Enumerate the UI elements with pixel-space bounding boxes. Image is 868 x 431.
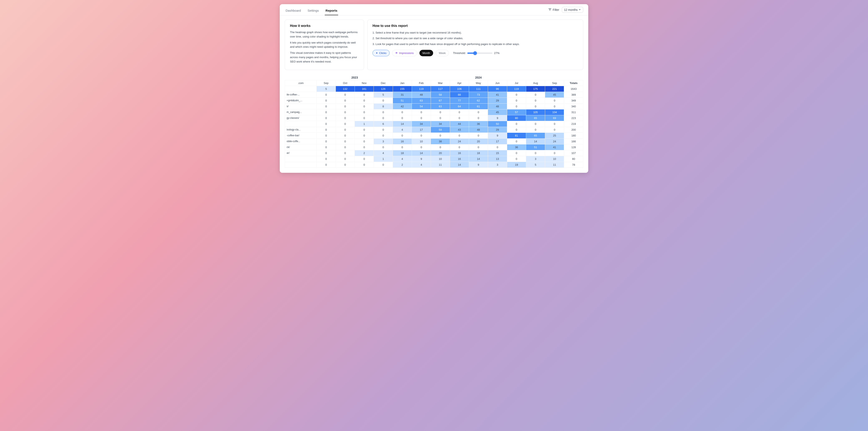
data-cell: 119 — [507, 86, 526, 92]
table-row: ile-coffee-...00053148588873410045389 — [285, 92, 583, 97]
data-cell: 0 — [507, 127, 526, 132]
data-cell: 0 — [507, 150, 526, 156]
data-cell: 81 — [507, 132, 526, 138]
data-cell: 11 — [431, 162, 450, 167]
data-cell: 0 — [317, 127, 336, 132]
data-cell: 20 — [431, 150, 450, 156]
table-row: ixology-cla...000041759434829000200 — [285, 127, 583, 132]
table-row: 0000241114931951178 — [285, 162, 583, 167]
sep-2023-header: Sep — [317, 80, 336, 86]
data-cell: 0 — [412, 132, 431, 138]
data-cell: 3 — [526, 156, 545, 162]
data-cell: 34 — [412, 121, 431, 127]
table-row: 0016143434443650000219 — [285, 121, 583, 127]
filter-button[interactable]: Filter — [548, 8, 559, 12]
data-cell: 18 — [469, 150, 488, 156]
data-cell: 24 — [450, 138, 469, 144]
week-button[interactable]: Week — [436, 50, 449, 56]
url-cell: obile-coffe... — [285, 138, 317, 144]
data-cell: 0 — [317, 138, 336, 144]
impressions-button[interactable]: 👁 Impressions — [392, 50, 417, 56]
data-cell: 0 — [393, 144, 412, 150]
data-cell: 0 — [354, 97, 374, 103]
data-cell: 15 — [488, 150, 507, 156]
data-cell: 5 — [526, 162, 545, 167]
data-cell: 0 — [488, 144, 507, 150]
data-cell: 0 — [431, 115, 450, 121]
data-cell: 0 — [354, 103, 374, 109]
sep-2024-header: Sep — [545, 80, 564, 86]
table-row: gy-classes/0000000009806569223 — [285, 115, 583, 121]
data-cell: 0 — [317, 103, 336, 109]
data-cell: 61 — [469, 103, 488, 109]
total-cell: 166 — [564, 138, 583, 144]
total-cell: 340 — [564, 103, 583, 109]
totals-col-header: Totals — [564, 80, 583, 86]
data-cell: 41 — [545, 144, 564, 150]
tab-reports[interactable]: Reports — [325, 7, 338, 15]
data-cell: 2 — [393, 162, 412, 167]
data-cell: 88 — [450, 92, 469, 97]
tab-dashboard[interactable]: Dashboard — [285, 7, 302, 15]
data-cell: 0 — [336, 162, 354, 167]
header: Dashboard Settings Reports Filter 12 mon… — [280, 4, 588, 16]
how-it-works-p3: This visual overview makes it easy to sp… — [290, 51, 359, 64]
data-cell: 0 — [336, 138, 354, 144]
data-cell: 16 — [450, 150, 469, 156]
clicks-button[interactable]: ✦ Clicks — [373, 50, 390, 56]
data-cell: 132 — [336, 86, 354, 92]
data-cell: 8 — [374, 103, 393, 109]
data-cell: 0 — [317, 132, 336, 138]
threshold-slider[interactable] — [467, 53, 492, 54]
month-label: Month — [423, 52, 430, 55]
year-header-row: 2023 2024 — [285, 74, 583, 80]
data-cell: 0 — [545, 127, 564, 132]
data-cell: 0 — [374, 127, 393, 132]
data-cell: 48 — [469, 127, 488, 132]
url-cell: m_campaig... — [285, 109, 317, 115]
total-cell: 349 — [564, 97, 583, 103]
data-cell: 161 — [354, 86, 374, 92]
data-cell: 0 — [354, 115, 374, 121]
data-cell: 16 — [450, 156, 469, 162]
info-section: How it works The heatmap graph shows how… — [280, 16, 588, 74]
data-cell: 221 — [545, 86, 564, 92]
data-cell: 0 — [354, 162, 374, 167]
data-cell: 0 — [431, 132, 450, 138]
data-cell: 2 — [354, 150, 374, 156]
tab-settings[interactable]: Settings — [307, 7, 319, 15]
data-cell: 3 — [374, 138, 393, 144]
data-cell: 62 — [469, 97, 488, 103]
data-cell: 9 — [488, 132, 507, 138]
data-cell: 42 — [393, 103, 412, 109]
clicks-icon: ✦ — [376, 52, 378, 55]
data-cell: 0 — [526, 127, 545, 132]
data-cell: 0 — [412, 115, 431, 121]
data-cell: 14 — [450, 162, 469, 167]
controls-row: ✦ Clicks 👁 Impressions Month Week Thresh… — [373, 50, 578, 56]
month-button[interactable]: Month — [420, 50, 433, 56]
table-row: -coffee-bar/0000000009816525180 — [285, 132, 583, 138]
data-cell: 0 — [336, 109, 354, 115]
data-cell: 0 — [450, 132, 469, 138]
total-cell: 80 — [564, 156, 583, 162]
url-cell — [285, 86, 317, 92]
data-cell: 0 — [545, 97, 564, 103]
data-cell: 155 — [393, 86, 412, 92]
months-selector[interactable]: 12 months — [562, 7, 583, 13]
data-cell: 0 — [336, 150, 354, 156]
data-cell: 51 — [393, 97, 412, 103]
data-cell: 51 — [526, 144, 545, 150]
heatmap-body: 5132161126155119117106111961191752211643… — [285, 86, 583, 167]
jan-2024-header: Jan — [393, 80, 412, 86]
data-cell: 54 — [412, 103, 431, 109]
year-2023-header: 2023 — [317, 74, 393, 80]
data-cell: 106 — [450, 86, 469, 92]
data-cell: 0 — [336, 144, 354, 150]
total-cell: 1643 — [564, 86, 583, 92]
table-row: ck/0000000000365141128 — [285, 144, 583, 150]
table-row: ar/0024181420161815000107 — [285, 150, 583, 156]
data-cell: 29 — [488, 127, 507, 132]
data-cell: 17 — [412, 127, 431, 132]
total-cell: 223 — [564, 115, 583, 121]
